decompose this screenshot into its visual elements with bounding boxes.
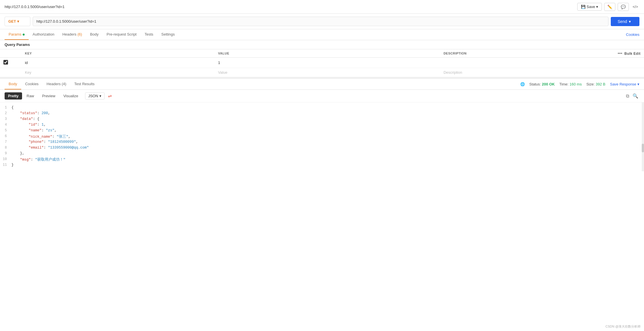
params-dot	[23, 34, 25, 36]
watermark: CSDN @淮大欣数分析师	[606, 324, 641, 329]
save-response-dropdown-icon: ▾	[637, 82, 639, 86]
format-tab-visualize[interactable]: Visualize	[60, 92, 82, 100]
comment-button[interactable]: 💬	[618, 3, 629, 11]
tab-headers[interactable]: Headers (6)	[58, 29, 86, 40]
response-tab-cookies[interactable]: Cookies	[21, 79, 43, 89]
bulk-edit-btn[interactable]: Bulk Edit	[624, 52, 641, 56]
code-line-3: 3 "data": {	[0, 117, 644, 122]
tab-prerequest[interactable]: Pre-request Script	[103, 29, 141, 40]
row-checkbox[interactable]	[3, 60, 8, 65]
response-tabs: Body Cookies Headers (4) Test Results 🌐 …	[0, 79, 644, 90]
col-check-header	[0, 49, 21, 58]
time-value: 160 ms	[570, 82, 582, 86]
placeholder-key: Key	[25, 70, 31, 75]
status-value: 200 OK	[542, 82, 555, 86]
placeholder-actions-cell	[601, 68, 644, 77]
json-format-select[interactable]: JSON ▾	[85, 92, 105, 100]
code-line-8: 8 "email": "1339559000@qq.com"	[0, 145, 644, 151]
top-bar: http://127.0.0.1:5000/user/user?id=1 💾 S…	[0, 0, 644, 14]
placeholder-value-cell[interactable]: Value	[215, 68, 440, 77]
method-dropdown-icon: ▾	[17, 19, 19, 24]
row-key-cell: id	[21, 58, 215, 68]
code-line-2: 2 "status": 200,	[0, 111, 644, 117]
globe-icon: 🌐	[520, 82, 525, 86]
response-tab-test-results[interactable]: Test Results	[70, 79, 99, 89]
code-wrapper: 1 { 2 "status": 200, 3 "data": {	[0, 102, 644, 171]
more-icon[interactable]: •••	[618, 51, 622, 56]
method-select[interactable]: GET ▾	[5, 17, 30, 26]
wrap-button[interactable]: ⇌	[106, 92, 114, 100]
scrollbar-track	[642, 102, 644, 171]
table-row: id 1	[0, 58, 644, 68]
col-value-header: VALUE	[215, 49, 440, 58]
app-container: http://127.0.0.1:5000/user/user?id=1 💾 S…	[0, 0, 644, 331]
tab-settings[interactable]: Settings	[157, 29, 179, 40]
time-container: Time: 160 ms	[559, 82, 582, 86]
status-container: Status: 200 OK	[529, 82, 555, 86]
code-line-5: 5 "name": "zs",	[0, 128, 644, 134]
response-tab-body[interactable]: Body	[5, 79, 21, 89]
params-table: KEY VALUE DESCRIPTION ••• Bulk Edit id	[0, 49, 644, 77]
tab-body[interactable]: Body	[86, 29, 103, 40]
placeholder-value: Value	[218, 70, 227, 75]
size-value: 392 B	[596, 82, 605, 86]
row-value-cell: 1	[215, 58, 440, 68]
code-area: 1 { 2 "status": 200, 3 "data": {	[0, 102, 644, 171]
cookies-link[interactable]: Cookies	[626, 30, 639, 40]
col-desc-header: DESCRIPTION	[440, 49, 601, 58]
placeholder-key-cell[interactable]: Key	[21, 68, 215, 77]
section-header: Query Params	[0, 40, 644, 49]
method-label: GET	[8, 19, 16, 24]
table-placeholder-row: Key Value Description	[0, 68, 644, 77]
response-section: Body Cookies Headers (4) Test Results 🌐 …	[0, 79, 644, 331]
placeholder-desc-cell[interactable]: Description	[440, 68, 601, 77]
request-tabs: Params Authorization Headers (6) Body Pr…	[0, 29, 644, 40]
row-key[interactable]: id	[25, 61, 28, 65]
code-line-1: 1 {	[0, 105, 644, 111]
send-dropdown-icon: ▾	[629, 19, 631, 24]
url-input[interactable]	[33, 17, 608, 26]
code-line-10: 10 "msg": "获取用户成功！"	[0, 157, 644, 163]
row-checkbox-cell	[0, 58, 21, 68]
row-actions-cell	[601, 58, 644, 68]
tab-params[interactable]: Params	[5, 29, 29, 40]
top-bar-right: 💾 Save ▾ ✏️ 💬 </>	[577, 3, 639, 11]
scrollbar-thumb[interactable]	[642, 144, 644, 152]
save-icon: 💾	[581, 5, 586, 9]
format-tab-pretty[interactable]: Pretty	[5, 92, 22, 100]
response-status: 🌐 Status: 200 OK Time: 160 ms Size: 392 …	[520, 82, 640, 86]
save-dropdown-icon: ▾	[596, 5, 598, 9]
response-tab-headers[interactable]: Headers (4)	[43, 79, 70, 89]
code-line-7: 7 "phone": "18124500099",	[0, 140, 644, 145]
size-container: Size: 392 B	[586, 82, 606, 86]
code-line-11: 11 }	[0, 163, 644, 168]
edit-button[interactable]: ✏️	[604, 3, 615, 11]
code-line-6: 6 "nick_name": "张三",	[0, 134, 644, 140]
col-key-header: KEY	[21, 49, 215, 58]
code-line-9: 9 },	[0, 151, 644, 157]
save-response-button[interactable]: Save Response ▾	[610, 82, 639, 86]
send-button[interactable]: Send ▾	[611, 17, 639, 26]
col-actions-header: ••• Bulk Edit	[601, 49, 644, 58]
query-params-section: Query Params KEY VALUE DESCRIPTION ••• B…	[0, 40, 644, 77]
search-button[interactable]: 🔍	[631, 92, 639, 100]
placeholder-desc: Description	[443, 70, 462, 75]
format-dropdown-icon: ▾	[99, 94, 101, 98]
tab-authorization[interactable]: Authorization	[29, 29, 58, 40]
format-tab-raw[interactable]: Raw	[23, 92, 38, 100]
url-bar: GET ▾ Send ▾	[0, 14, 644, 29]
top-bar-url: http://127.0.0.1:5000/user/user?id=1	[5, 5, 64, 9]
format-tabs: Pretty Raw Preview Visualize JSON ▾ ⇌ ⧉ …	[0, 90, 644, 102]
code-button[interactable]: </>	[631, 3, 639, 10]
save-button[interactable]: 💾 Save ▾	[577, 3, 602, 11]
copy-button[interactable]: ⧉	[625, 92, 630, 100]
format-tab-preview[interactable]: Preview	[39, 92, 59, 100]
code-line-4: 4 "id": 1,	[0, 122, 644, 128]
tab-tests[interactable]: Tests	[141, 29, 157, 40]
row-desc-cell	[440, 58, 601, 68]
placeholder-check-cell	[0, 68, 21, 77]
row-value[interactable]: 1	[218, 61, 220, 65]
